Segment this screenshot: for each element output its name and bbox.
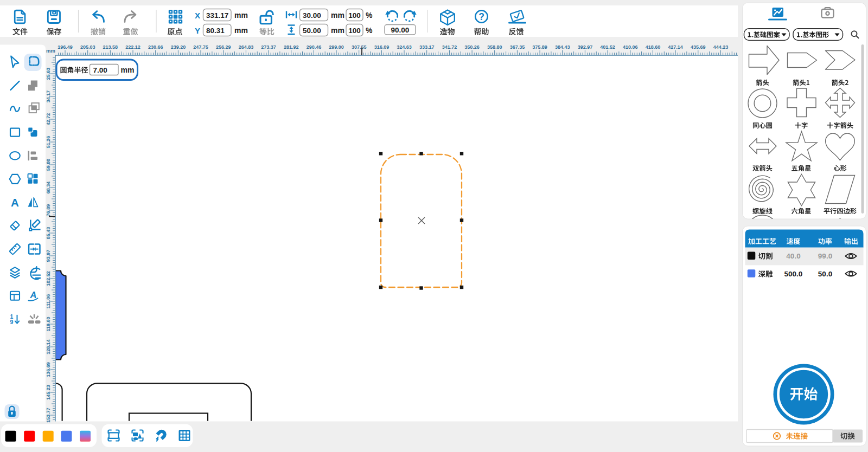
svg-text:500.0: 500.0 bbox=[784, 270, 803, 278]
svg-text:99.0: 99.0 bbox=[818, 252, 832, 260]
svg-text:76.89: 76.89 bbox=[46, 204, 51, 217]
svg-text:213.58: 213.58 bbox=[103, 44, 118, 50]
svg-text:205.03: 205.03 bbox=[80, 44, 95, 50]
svg-text:316.09: 316.09 bbox=[374, 44, 390, 50]
svg-text:mm: mm bbox=[234, 26, 248, 35]
svg-text:392.97: 392.97 bbox=[578, 44, 593, 50]
svg-text:375.89: 375.89 bbox=[532, 44, 547, 50]
svg-text:90.00: 90.00 bbox=[391, 26, 410, 34]
svg-text:?: ? bbox=[478, 11, 484, 22]
svg-text:324.63: 324.63 bbox=[397, 44, 412, 50]
svg-text:196.49: 196.49 bbox=[58, 44, 73, 50]
svg-text:299.00: 299.00 bbox=[329, 44, 344, 50]
svg-text:427.14: 427.14 bbox=[668, 44, 683, 50]
svg-text:435.69: 435.69 bbox=[691, 44, 706, 50]
svg-text:401.52: 401.52 bbox=[600, 44, 615, 50]
svg-text:mm: mm bbox=[46, 48, 55, 54]
svg-text:A: A bbox=[11, 196, 19, 209]
svg-text:222.12: 222.12 bbox=[125, 44, 141, 50]
svg-text:A: A bbox=[30, 290, 37, 300]
svg-text:51.26: 51.26 bbox=[46, 136, 51, 148]
svg-text:100: 100 bbox=[348, 11, 361, 20]
svg-text:59.80: 59.80 bbox=[46, 159, 51, 171]
svg-text:307.55: 307.55 bbox=[352, 44, 367, 50]
svg-text:mm: mm bbox=[234, 11, 248, 20]
svg-text:281.92: 281.92 bbox=[284, 44, 299, 50]
svg-text:25.63: 25.63 bbox=[46, 68, 51, 80]
svg-text:273.37: 273.37 bbox=[261, 44, 276, 50]
svg-text:256.29: 256.29 bbox=[216, 44, 231, 50]
svg-text:9: 9 bbox=[10, 319, 14, 325]
svg-text:102.52: 102.52 bbox=[46, 271, 51, 286]
svg-text:100: 100 bbox=[348, 27, 361, 35]
svg-text:%: % bbox=[366, 11, 373, 20]
svg-text:384.43: 384.43 bbox=[555, 44, 570, 50]
svg-text:418.60: 418.60 bbox=[646, 44, 661, 50]
svg-text:mm: mm bbox=[121, 66, 135, 74]
svg-text:68.34: 68.34 bbox=[46, 182, 51, 194]
svg-text:93.97: 93.97 bbox=[46, 250, 51, 262]
svg-text:40.0: 40.0 bbox=[786, 252, 800, 260]
svg-text:153.77: 153.77 bbox=[46, 408, 51, 423]
svg-text:333.17: 333.17 bbox=[419, 44, 435, 50]
svg-text:%: % bbox=[366, 26, 373, 35]
svg-text:358.80: 358.80 bbox=[487, 44, 502, 50]
svg-text:Y: Y bbox=[195, 26, 200, 35]
svg-text:42.72: 42.72 bbox=[46, 113, 51, 126]
svg-text:145.23: 145.23 bbox=[46, 385, 51, 400]
svg-text:264.83: 264.83 bbox=[239, 44, 254, 50]
svg-text:247.75: 247.75 bbox=[193, 44, 208, 50]
svg-text:331.17: 331.17 bbox=[206, 11, 228, 20]
svg-text:136.69: 136.69 bbox=[46, 362, 51, 377]
svg-text:119.60: 119.60 bbox=[46, 317, 51, 331]
svg-text:mm: mm bbox=[331, 11, 344, 20]
svg-text:444.23: 444.23 bbox=[713, 44, 729, 50]
svg-text:7.00: 7.00 bbox=[93, 66, 107, 74]
svg-text:290.46: 290.46 bbox=[307, 44, 322, 50]
svg-text:350.26: 350.26 bbox=[464, 44, 480, 50]
svg-text:80.31: 80.31 bbox=[206, 27, 225, 35]
svg-text:34.17: 34.17 bbox=[46, 91, 51, 103]
svg-text:341.72: 341.72 bbox=[442, 44, 457, 50]
svg-text:111.06: 111.06 bbox=[46, 294, 51, 309]
svg-text:50.0: 50.0 bbox=[818, 270, 832, 278]
svg-text:85.43: 85.43 bbox=[46, 227, 51, 240]
svg-text:230.66: 230.66 bbox=[148, 44, 163, 50]
svg-text:367.35: 367.35 bbox=[510, 44, 525, 50]
svg-text:128.14: 128.14 bbox=[46, 339, 51, 354]
svg-text:50.00: 50.00 bbox=[303, 27, 321, 35]
svg-text:410.06: 410.06 bbox=[623, 44, 638, 50]
svg-text:X: X bbox=[195, 11, 200, 20]
svg-text:mm: mm bbox=[331, 26, 344, 35]
svg-text:30.00: 30.00 bbox=[303, 11, 321, 20]
svg-text:239.20: 239.20 bbox=[171, 44, 186, 50]
